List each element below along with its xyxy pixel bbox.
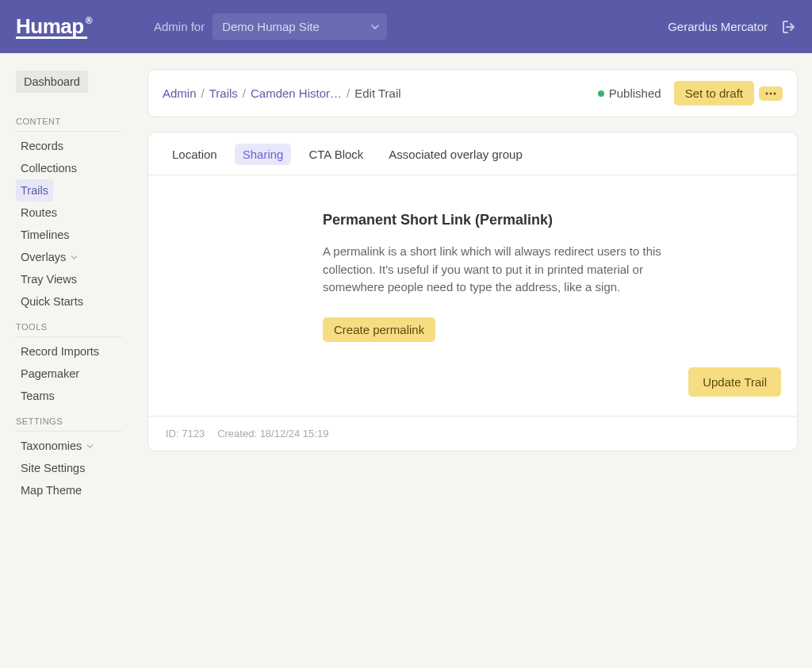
header-card: Admin / Trails / Camden Histor… / Edit T… xyxy=(147,69,798,117)
site-select-value: Demo Humap Site xyxy=(222,20,320,33)
update-trail-button[interactable]: Update Trail xyxy=(688,367,781,397)
nav-item-teams[interactable]: Teams xyxy=(16,385,122,407)
nav-item-tray-views[interactable]: Tray Views xyxy=(16,268,122,290)
meta-id: ID: 7123 xyxy=(166,428,205,440)
status-dot-icon xyxy=(598,90,604,97)
nav-item-taxonomies[interactable]: Taxonomies xyxy=(16,435,122,457)
top-bar: Humap® Admin for Demo Humap Site Gerardu… xyxy=(0,0,812,53)
username[interactable]: Gerardus Mercator xyxy=(668,20,768,33)
nav-item-routes[interactable]: Routes xyxy=(16,202,122,224)
nav-item-quick-starts[interactable]: Quick Starts xyxy=(16,290,122,313)
sharing-panel: Permanent Short Link (Permalink) A perma… xyxy=(148,175,797,358)
nav-item-collections[interactable]: Collections xyxy=(16,157,122,179)
nav-item-records[interactable]: Records xyxy=(16,135,122,157)
nav-item-overlays[interactable]: Overlays xyxy=(16,246,122,268)
nav-item-map-theme[interactable]: Map Theme xyxy=(16,479,122,501)
crumb-trails[interactable]: Trails xyxy=(209,86,238,100)
publish-status: Published xyxy=(598,86,661,100)
status-label: Published xyxy=(609,86,661,100)
logout-icon[interactable] xyxy=(782,20,796,34)
permalink-description: A permalink is a short link which will a… xyxy=(323,243,672,297)
main-content: Admin / Trails / Camden Histor… / Edit T… xyxy=(133,53,812,668)
tab-location[interactable]: Location xyxy=(164,144,225,165)
create-permalink-button[interactable]: Create permalink xyxy=(323,317,435,342)
more-actions-button[interactable] xyxy=(759,86,783,101)
meta-created: Created: 18/12/24 15:19 xyxy=(217,428,328,440)
tab-associated-overlay-group[interactable]: Associated overlay group xyxy=(381,144,530,165)
svg-point-0 xyxy=(766,92,768,94)
site-select[interactable]: Demo Humap Site xyxy=(213,13,387,40)
content-card: Location Sharing CTA Block Associated ov… xyxy=(147,132,798,451)
svg-point-1 xyxy=(770,92,772,94)
nav-section-tools: TOOLS xyxy=(16,322,122,337)
logo-text: Humap xyxy=(16,14,84,38)
admin-for-label: Admin for xyxy=(154,20,205,33)
chevron-down-icon xyxy=(71,255,78,259)
tabs: Location Sharing CTA Block Associated ov… xyxy=(148,132,797,175)
permalink-heading: Permanent Short Link (Permalink) xyxy=(323,212,672,228)
ellipsis-icon xyxy=(765,92,776,95)
tab-cta-block[interactable]: CTA Block xyxy=(301,144,371,165)
footer-meta: ID: 7123 Created: 18/12/24 15:19 xyxy=(148,416,797,451)
set-to-draft-button[interactable]: Set to draft xyxy=(674,81,754,106)
nav-item-pagemaker[interactable]: Pagemaker xyxy=(16,363,122,385)
nav-section-content: CONTENT xyxy=(16,117,122,132)
svg-point-2 xyxy=(774,92,776,94)
logo-dot: ® xyxy=(86,15,92,26)
crumb-current: Edit Trail xyxy=(354,86,400,100)
breadcrumb: Admin / Trails / Camden Histor… / Edit T… xyxy=(163,86,598,100)
sidebar: Dashboard CONTENT Records Collections Tr… xyxy=(0,53,133,668)
chevron-down-icon xyxy=(86,444,94,448)
chevron-down-icon xyxy=(371,25,379,29)
logo[interactable]: Humap® xyxy=(16,14,90,39)
nav-item-timelines[interactable]: Timelines xyxy=(16,224,122,246)
nav-item-site-settings[interactable]: Site Settings xyxy=(16,457,122,479)
nav-dashboard[interactable]: Dashboard xyxy=(16,71,88,93)
crumb-admin[interactable]: Admin xyxy=(163,86,197,100)
tab-sharing[interactable]: Sharing xyxy=(235,144,292,165)
nav-section-settings: SETTINGS xyxy=(16,417,122,432)
nav-item-trails[interactable]: Trails xyxy=(16,179,53,202)
crumb-trail-name[interactable]: Camden Histor… xyxy=(251,86,342,100)
nav-item-record-imports[interactable]: Record Imports xyxy=(16,340,122,363)
update-row: Update Trail xyxy=(148,358,797,416)
